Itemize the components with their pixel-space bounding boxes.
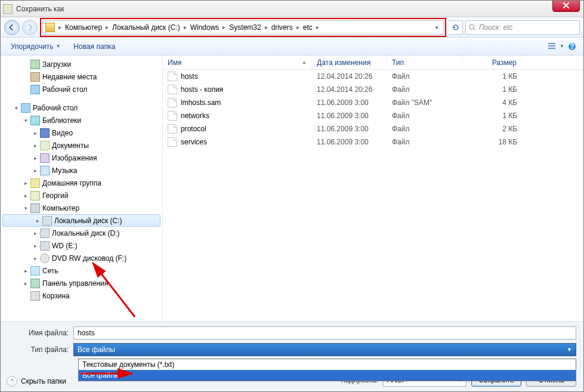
sidebar-item[interactable]: ▸Музыка — [1, 164, 162, 177]
file-row[interactable]: hosts 12.04.2014 20:26 Файл 1 КБ — [163, 70, 583, 83]
sidebar-item[interactable]: Загрузки — [1, 58, 162, 70]
tree-toggle-icon[interactable]: ▸ — [32, 129, 39, 137]
hide-folders-button[interactable]: ˄ Скрыть папки — [7, 376, 66, 387]
folder-icon — [30, 72, 40, 82]
back-button[interactable] — [4, 20, 20, 35]
tree-toggle-icon — [22, 73, 29, 81]
folder-icon — [30, 85, 40, 94]
sidebar-item[interactable]: ▸Локальный диск (D:) — [1, 227, 162, 239]
filetype-dropdown[interactable]: Текстовые документы (*.txt) Все файлы — [78, 359, 576, 381]
refresh-button[interactable] — [449, 20, 463, 35]
filetype-select[interactable]: Все файлы ▼ — [73, 343, 576, 356]
file-icon — [168, 98, 177, 107]
tree-toggle-icon[interactable]: ▸ — [32, 142, 39, 149]
organize-button[interactable]: Упорядочить ▼ — [5, 40, 66, 53]
sidebar-item[interactable]: ▾Библиотеки — [1, 114, 162, 126]
sidebar-item-label: Сеть — [42, 267, 58, 275]
file-row[interactable]: services 11.06.2009 3:00 Файл 18 КБ — [163, 135, 583, 149]
breadcrumb[interactable]: ▸ Компьютер▸Локальный диск (C:)▸Windows▸… — [42, 20, 444, 35]
sidebar-item[interactable]: Рабочий стол — [1, 83, 162, 95]
tree-toggle-icon[interactable]: ▸ — [32, 155, 39, 162]
search-input[interactable]: Поиск: etc — [465, 20, 580, 35]
file-name: lmhosts.sam — [181, 98, 221, 107]
folder-icon — [40, 229, 50, 238]
sidebar[interactable]: ЗагрузкиНедавние местаРабочий стол▾Рабоч… — [1, 55, 163, 321]
file-date: 11.06.2009 3:00 — [312, 138, 387, 146]
tree-toggle-icon[interactable]: ▸ — [32, 167, 39, 174]
tree-toggle-icon[interactable]: ▸ — [32, 255, 39, 262]
breadcrumb-segment[interactable]: etc — [301, 23, 315, 32]
search-icon — [468, 23, 477, 32]
sidebar-item[interactable]: Недавние места — [1, 70, 162, 83]
file-row[interactable]: networks 11.06.2009 3:00 Файл 1 КБ — [163, 109, 583, 122]
app-icon — [3, 4, 13, 14]
file-list[interactable]: Имя▲ Дата изменения Тип Размер hosts 12.… — [163, 55, 583, 321]
tree-toggle-icon[interactable]: ▾ — [22, 117, 29, 124]
file-row[interactable]: hosts - копия 12.04.2014 20:26 Файл 1 КБ — [163, 83, 583, 96]
file-row[interactable]: lmhosts.sam 11.06.2009 3:00 Файл "SAM" 4… — [163, 96, 583, 109]
tree-toggle-icon[interactable]: ▸ — [32, 230, 39, 237]
tree-toggle-icon[interactable]: ▸ — [32, 242, 39, 249]
new-folder-label: Новая папка — [73, 42, 115, 51]
column-name[interactable]: Имя▲ — [163, 55, 312, 69]
tree-toggle-icon[interactable]: ▸ — [34, 217, 41, 224]
column-size[interactable]: Размер — [462, 55, 522, 69]
breadcrumb-segment[interactable]: Локальный диск (C:) — [110, 23, 183, 32]
sidebar-item-label: Панель управления — [42, 279, 108, 288]
bottom-panel: Имя файла: Тип файла: Все файлы ▼ Тексто… — [1, 321, 583, 391]
file-date: 12.04.2014 20:26 — [312, 85, 387, 94]
filename-input[interactable] — [73, 326, 576, 339]
chevron-down-icon[interactable]: ▼ — [560, 44, 564, 49]
sidebar-item[interactable]: ▸Видео — [1, 126, 162, 139]
filetype-option-all[interactable]: Все файлы — [79, 370, 576, 381]
search-placeholder: Поиск: etc — [479, 23, 512, 32]
breadcrumb-segment[interactable]: Windows — [188, 23, 222, 32]
sidebar-item[interactable]: ▾Рабочий стол — [1, 101, 162, 114]
tree-toggle-icon[interactable]: ▾ — [22, 205, 29, 212]
file-size: 1 КБ — [462, 112, 522, 120]
chevron-right-icon: ▸ — [221, 24, 227, 30]
column-type[interactable]: Тип — [387, 55, 462, 69]
sidebar-item[interactable]: ▸Сеть — [1, 264, 162, 277]
sidebar-item[interactable]: Корзина — [1, 289, 162, 302]
breadcrumb-segment[interactable]: drivers — [269, 23, 295, 32]
sidebar-item[interactable]: ▸DVD RW дисковод (F:) — [1, 252, 162, 264]
breadcrumb-segment[interactable]: Компьютер — [63, 23, 104, 32]
tree-toggle-icon[interactable]: ▸ — [22, 267, 29, 274]
sidebar-item[interactable]: ▸Изображения — [1, 152, 162, 164]
tree-toggle-icon[interactable]: ▸ — [22, 192, 29, 199]
tree-toggle-icon[interactable]: ▸ — [22, 180, 29, 187]
forward-button[interactable] — [22, 20, 38, 35]
view-options-button[interactable] — [545, 40, 558, 53]
chevron-down-icon[interactable]: ▾ — [433, 24, 441, 30]
sidebar-item[interactable]: ▸WD (E:) — [1, 239, 162, 252]
filetype-option-txt[interactable]: Текстовые документы (*.txt) — [79, 359, 576, 370]
folder-icon — [40, 241, 50, 251]
folder-icon — [30, 203, 40, 213]
breadcrumb-segment[interactable]: System32 — [227, 23, 263, 32]
sidebar-item-label: Домашняя группа — [42, 179, 101, 187]
sidebar-item-label: Библиотеки — [42, 116, 81, 125]
sidebar-item[interactable]: ▸Локальный диск (C:) — [2, 214, 160, 227]
sidebar-item-label: Документы — [52, 141, 89, 150]
help-button[interactable]: ? — [566, 40, 579, 53]
chevron-right-icon: ▸ — [104, 24, 110, 30]
sidebar-item[interactable]: ▸Документы — [1, 139, 162, 152]
tree-toggle-icon[interactable]: ▸ — [22, 280, 29, 287]
close-button[interactable] — [552, 0, 580, 12]
sidebar-item[interactable]: ▸Панель управления — [1, 277, 162, 289]
folder-icon — [21, 103, 30, 113]
sidebar-item[interactable]: ▾Компьютер — [1, 202, 162, 214]
sidebar-item-label: Рабочий стол — [33, 104, 78, 112]
sidebar-item[interactable]: ▸Домашняя группа — [1, 177, 162, 189]
file-row[interactable]: protocol 11.06.2009 3:00 Файл 2 КБ — [163, 122, 583, 135]
arrow-left-icon — [8, 24, 16, 31]
folder-icon — [40, 254, 50, 263]
new-folder-button[interactable]: Новая папка — [68, 40, 120, 53]
column-date[interactable]: Дата изменения — [312, 55, 387, 69]
close-icon — [563, 2, 570, 9]
sidebar-item-label: Корзина — [42, 292, 70, 300]
sidebar-item[interactable]: ▸Георгий — [1, 189, 162, 202]
tree-toggle-icon[interactable]: ▾ — [13, 104, 20, 112]
folder-icon — [30, 60, 40, 69]
